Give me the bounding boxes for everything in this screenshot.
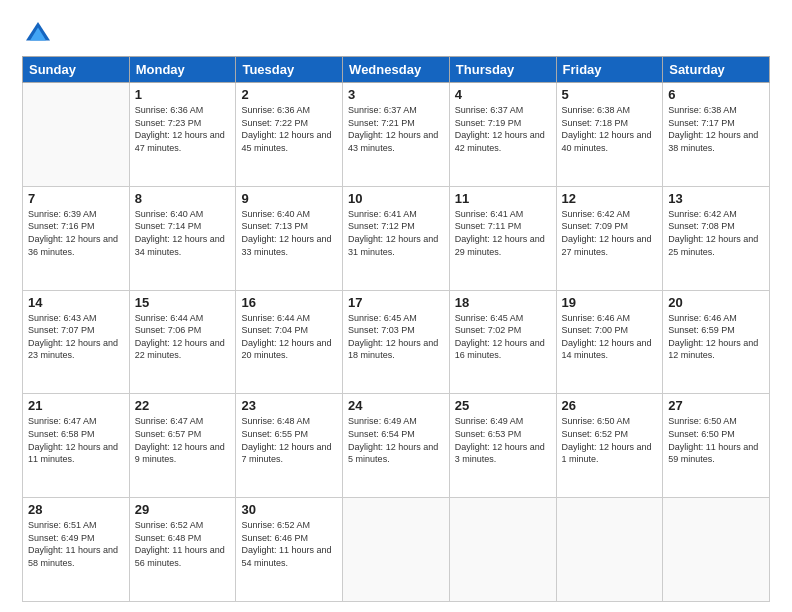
day-info: Sunrise: 6:38 AMSunset: 7:18 PMDaylight:… [562,104,658,154]
day-number: 15 [135,295,231,310]
calendar-cell: 15Sunrise: 6:44 AMSunset: 7:06 PMDayligh… [129,290,236,394]
day-info: Sunrise: 6:44 AMSunset: 7:04 PMDaylight:… [241,312,337,362]
day-info: Sunrise: 6:45 AMSunset: 7:02 PMDaylight:… [455,312,551,362]
day-number: 3 [348,87,444,102]
calendar-cell: 11Sunrise: 6:41 AMSunset: 7:11 PMDayligh… [449,186,556,290]
day-number: 27 [668,398,764,413]
logo-icon [22,18,54,50]
calendar-header-row: SundayMondayTuesdayWednesdayThursdayFrid… [23,57,770,83]
day-info: Sunrise: 6:40 AMSunset: 7:13 PMDaylight:… [241,208,337,258]
day-info: Sunrise: 6:48 AMSunset: 6:55 PMDaylight:… [241,415,337,465]
day-number: 5 [562,87,658,102]
day-info: Sunrise: 6:47 AMSunset: 6:57 PMDaylight:… [135,415,231,465]
calendar-cell: 13Sunrise: 6:42 AMSunset: 7:08 PMDayligh… [663,186,770,290]
day-info: Sunrise: 6:43 AMSunset: 7:07 PMDaylight:… [28,312,124,362]
calendar-cell: 17Sunrise: 6:45 AMSunset: 7:03 PMDayligh… [343,290,450,394]
calendar-cell: 2Sunrise: 6:36 AMSunset: 7:22 PMDaylight… [236,83,343,187]
logo [22,18,58,50]
day-number: 1 [135,87,231,102]
calendar: SundayMondayTuesdayWednesdayThursdayFrid… [22,56,770,602]
day-number: 16 [241,295,337,310]
day-number: 18 [455,295,551,310]
page: SundayMondayTuesdayWednesdayThursdayFrid… [0,0,792,612]
day-number: 28 [28,502,124,517]
day-info: Sunrise: 6:38 AMSunset: 7:17 PMDaylight:… [668,104,764,154]
calendar-cell: 1Sunrise: 6:36 AMSunset: 7:23 PMDaylight… [129,83,236,187]
day-info: Sunrise: 6:37 AMSunset: 7:19 PMDaylight:… [455,104,551,154]
calendar-cell: 26Sunrise: 6:50 AMSunset: 6:52 PMDayligh… [556,394,663,498]
day-number: 29 [135,502,231,517]
day-header-wednesday: Wednesday [343,57,450,83]
day-info: Sunrise: 6:47 AMSunset: 6:58 PMDaylight:… [28,415,124,465]
calendar-cell: 28Sunrise: 6:51 AMSunset: 6:49 PMDayligh… [23,498,130,602]
week-row-4: 21Sunrise: 6:47 AMSunset: 6:58 PMDayligh… [23,394,770,498]
day-number: 30 [241,502,337,517]
calendar-cell: 12Sunrise: 6:42 AMSunset: 7:09 PMDayligh… [556,186,663,290]
calendar-cell: 27Sunrise: 6:50 AMSunset: 6:50 PMDayligh… [663,394,770,498]
day-number: 24 [348,398,444,413]
day-number: 19 [562,295,658,310]
calendar-cell: 22Sunrise: 6:47 AMSunset: 6:57 PMDayligh… [129,394,236,498]
day-number: 25 [455,398,551,413]
day-info: Sunrise: 6:41 AMSunset: 7:12 PMDaylight:… [348,208,444,258]
day-number: 22 [135,398,231,413]
calendar-cell: 3Sunrise: 6:37 AMSunset: 7:21 PMDaylight… [343,83,450,187]
day-number: 21 [28,398,124,413]
day-info: Sunrise: 6:51 AMSunset: 6:49 PMDaylight:… [28,519,124,569]
day-number: 6 [668,87,764,102]
day-info: Sunrise: 6:42 AMSunset: 7:09 PMDaylight:… [562,208,658,258]
day-number: 23 [241,398,337,413]
day-number: 9 [241,191,337,206]
calendar-cell: 25Sunrise: 6:49 AMSunset: 6:53 PMDayligh… [449,394,556,498]
calendar-cell: 14Sunrise: 6:43 AMSunset: 7:07 PMDayligh… [23,290,130,394]
day-number: 12 [562,191,658,206]
day-info: Sunrise: 6:50 AMSunset: 6:52 PMDaylight:… [562,415,658,465]
calendar-cell: 16Sunrise: 6:44 AMSunset: 7:04 PMDayligh… [236,290,343,394]
week-row-3: 14Sunrise: 6:43 AMSunset: 7:07 PMDayligh… [23,290,770,394]
calendar-cell [23,83,130,187]
calendar-cell: 8Sunrise: 6:40 AMSunset: 7:14 PMDaylight… [129,186,236,290]
day-info: Sunrise: 6:46 AMSunset: 6:59 PMDaylight:… [668,312,764,362]
calendar-cell [449,498,556,602]
calendar-cell: 9Sunrise: 6:40 AMSunset: 7:13 PMDaylight… [236,186,343,290]
day-number: 2 [241,87,337,102]
day-number: 20 [668,295,764,310]
calendar-cell [556,498,663,602]
day-number: 8 [135,191,231,206]
day-info: Sunrise: 6:36 AMSunset: 7:23 PMDaylight:… [135,104,231,154]
week-row-5: 28Sunrise: 6:51 AMSunset: 6:49 PMDayligh… [23,498,770,602]
calendar-cell: 6Sunrise: 6:38 AMSunset: 7:17 PMDaylight… [663,83,770,187]
day-header-thursday: Thursday [449,57,556,83]
day-info: Sunrise: 6:49 AMSunset: 6:53 PMDaylight:… [455,415,551,465]
day-number: 4 [455,87,551,102]
day-number: 14 [28,295,124,310]
day-header-friday: Friday [556,57,663,83]
week-row-2: 7Sunrise: 6:39 AMSunset: 7:16 PMDaylight… [23,186,770,290]
calendar-cell: 10Sunrise: 6:41 AMSunset: 7:12 PMDayligh… [343,186,450,290]
day-info: Sunrise: 6:41 AMSunset: 7:11 PMDaylight:… [455,208,551,258]
day-header-tuesday: Tuesday [236,57,343,83]
calendar-cell: 18Sunrise: 6:45 AMSunset: 7:02 PMDayligh… [449,290,556,394]
calendar-cell: 23Sunrise: 6:48 AMSunset: 6:55 PMDayligh… [236,394,343,498]
day-number: 10 [348,191,444,206]
day-number: 13 [668,191,764,206]
day-info: Sunrise: 6:36 AMSunset: 7:22 PMDaylight:… [241,104,337,154]
day-info: Sunrise: 6:42 AMSunset: 7:08 PMDaylight:… [668,208,764,258]
day-info: Sunrise: 6:52 AMSunset: 6:48 PMDaylight:… [135,519,231,569]
calendar-cell: 5Sunrise: 6:38 AMSunset: 7:18 PMDaylight… [556,83,663,187]
calendar-cell [663,498,770,602]
calendar-cell: 30Sunrise: 6:52 AMSunset: 6:46 PMDayligh… [236,498,343,602]
day-info: Sunrise: 6:52 AMSunset: 6:46 PMDaylight:… [241,519,337,569]
calendar-cell: 19Sunrise: 6:46 AMSunset: 7:00 PMDayligh… [556,290,663,394]
day-info: Sunrise: 6:50 AMSunset: 6:50 PMDaylight:… [668,415,764,465]
day-info: Sunrise: 6:40 AMSunset: 7:14 PMDaylight:… [135,208,231,258]
day-info: Sunrise: 6:49 AMSunset: 6:54 PMDaylight:… [348,415,444,465]
week-row-1: 1Sunrise: 6:36 AMSunset: 7:23 PMDaylight… [23,83,770,187]
day-info: Sunrise: 6:39 AMSunset: 7:16 PMDaylight:… [28,208,124,258]
day-number: 17 [348,295,444,310]
day-info: Sunrise: 6:45 AMSunset: 7:03 PMDaylight:… [348,312,444,362]
header [22,18,770,50]
day-info: Sunrise: 6:44 AMSunset: 7:06 PMDaylight:… [135,312,231,362]
calendar-cell: 29Sunrise: 6:52 AMSunset: 6:48 PMDayligh… [129,498,236,602]
day-number: 7 [28,191,124,206]
